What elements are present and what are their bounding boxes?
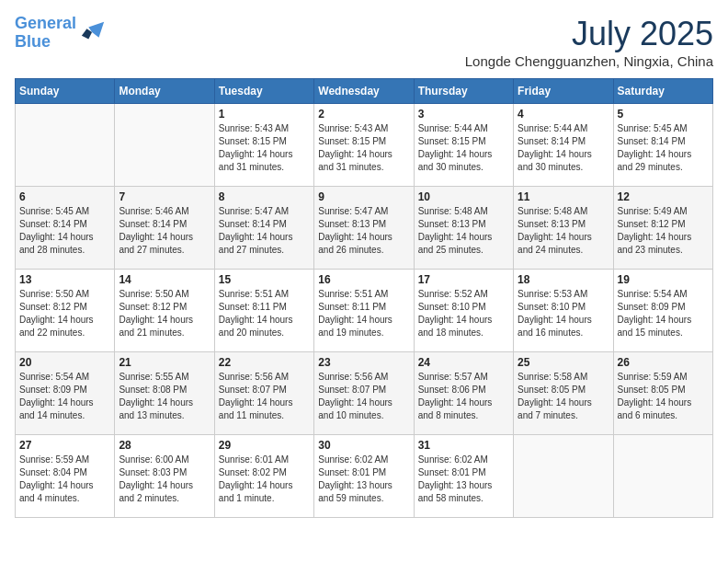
day-info: Sunrise: 6:02 AM Sunset: 8:01 PM Dayligh… bbox=[318, 454, 409, 505]
day-number: 13 bbox=[19, 273, 110, 286]
day-number: 17 bbox=[418, 273, 509, 286]
calendar-cell: 2Sunrise: 5:43 AM Sunset: 8:15 PM Daylig… bbox=[314, 104, 414, 187]
day-info: Sunrise: 5:52 AM Sunset: 8:10 PM Dayligh… bbox=[418, 288, 509, 339]
calendar-cell: 1Sunrise: 5:43 AM Sunset: 8:15 PM Daylig… bbox=[214, 104, 313, 187]
weekday-wednesday: Wednesday bbox=[314, 79, 414, 104]
calendar-cell bbox=[613, 435, 712, 518]
calendar-cell: 5Sunrise: 5:45 AM Sunset: 8:14 PM Daylig… bbox=[613, 104, 712, 187]
svg-marker-1 bbox=[82, 29, 92, 39]
day-info: Sunrise: 5:50 AM Sunset: 8:12 PM Dayligh… bbox=[119, 288, 210, 339]
day-info: Sunrise: 5:56 AM Sunset: 8:07 PM Dayligh… bbox=[318, 371, 409, 422]
day-info: Sunrise: 5:51 AM Sunset: 8:11 PM Dayligh… bbox=[219, 288, 310, 339]
calendar-cell: 15Sunrise: 5:51 AM Sunset: 8:11 PM Dayli… bbox=[214, 270, 313, 352]
calendar-cell: 12Sunrise: 5:49 AM Sunset: 8:12 PM Dayli… bbox=[613, 187, 712, 270]
day-number: 5 bbox=[618, 108, 709, 121]
day-number: 28 bbox=[119, 439, 210, 452]
calendar-cell: 21Sunrise: 5:55 AM Sunset: 8:08 PM Dayli… bbox=[115, 352, 214, 435]
day-info: Sunrise: 5:50 AM Sunset: 8:12 PM Dayligh… bbox=[19, 288, 110, 339]
page-header: General Blue July 2025 Longde Chengguanz… bbox=[15, 15, 713, 69]
calendar-cell: 16Sunrise: 5:51 AM Sunset: 8:11 PM Dayli… bbox=[314, 270, 414, 352]
day-number: 1 bbox=[219, 108, 310, 121]
day-info: Sunrise: 5:45 AM Sunset: 8:14 PM Dayligh… bbox=[19, 205, 110, 257]
day-number: 18 bbox=[518, 273, 609, 286]
calendar-cell: 7Sunrise: 5:46 AM Sunset: 8:14 PM Daylig… bbox=[115, 187, 214, 270]
calendar-cell: 8Sunrise: 5:47 AM Sunset: 8:14 PM Daylig… bbox=[214, 187, 313, 270]
calendar-cell: 17Sunrise: 5:52 AM Sunset: 8:10 PM Dayli… bbox=[414, 270, 513, 352]
day-number: 31 bbox=[418, 439, 509, 452]
day-info: Sunrise: 5:58 AM Sunset: 8:05 PM Dayligh… bbox=[518, 371, 609, 422]
day-number: 27 bbox=[19, 439, 110, 452]
logo-icon bbox=[80, 20, 106, 46]
calendar-cell: 13Sunrise: 5:50 AM Sunset: 8:12 PM Dayli… bbox=[16, 270, 115, 352]
day-number: 15 bbox=[219, 273, 310, 286]
calendar-cell bbox=[115, 104, 214, 187]
day-number: 30 bbox=[318, 439, 409, 452]
day-info: Sunrise: 5:47 AM Sunset: 8:13 PM Dayligh… bbox=[318, 205, 409, 257]
calendar-week-4: 20Sunrise: 5:54 AM Sunset: 8:09 PM Dayli… bbox=[16, 352, 713, 435]
calendar-cell: 10Sunrise: 5:48 AM Sunset: 8:13 PM Dayli… bbox=[414, 187, 513, 270]
day-number: 29 bbox=[219, 439, 310, 452]
day-info: Sunrise: 5:59 AM Sunset: 8:04 PM Dayligh… bbox=[19, 454, 110, 505]
day-info: Sunrise: 5:56 AM Sunset: 8:07 PM Dayligh… bbox=[219, 371, 310, 422]
day-info: Sunrise: 6:00 AM Sunset: 8:03 PM Dayligh… bbox=[119, 454, 210, 505]
calendar-cell: 19Sunrise: 5:54 AM Sunset: 8:09 PM Dayli… bbox=[613, 270, 712, 352]
weekday-tuesday: Tuesday bbox=[214, 79, 313, 104]
calendar-body: 1Sunrise: 5:43 AM Sunset: 8:15 PM Daylig… bbox=[16, 104, 713, 518]
calendar-cell: 27Sunrise: 5:59 AM Sunset: 8:04 PM Dayli… bbox=[16, 435, 115, 518]
day-info: Sunrise: 5:59 AM Sunset: 8:05 PM Dayligh… bbox=[618, 371, 709, 422]
weekday-sunday: Sunday bbox=[16, 79, 115, 104]
day-number: 4 bbox=[518, 108, 609, 121]
calendar-week-2: 6Sunrise: 5:45 AM Sunset: 8:14 PM Daylig… bbox=[16, 187, 713, 270]
day-info: Sunrise: 5:46 AM Sunset: 8:14 PM Dayligh… bbox=[119, 205, 210, 257]
day-number: 25 bbox=[518, 356, 609, 369]
calendar-cell: 29Sunrise: 6:01 AM Sunset: 8:02 PM Dayli… bbox=[214, 435, 313, 518]
weekday-thursday: Thursday bbox=[414, 79, 513, 104]
calendar-cell: 23Sunrise: 5:56 AM Sunset: 8:07 PM Dayli… bbox=[314, 352, 414, 435]
day-info: Sunrise: 6:02 AM Sunset: 8:01 PM Dayligh… bbox=[418, 454, 509, 505]
day-number: 24 bbox=[418, 356, 509, 369]
weekday-friday: Friday bbox=[514, 79, 613, 104]
day-number: 2 bbox=[318, 108, 409, 121]
day-info: Sunrise: 5:53 AM Sunset: 8:10 PM Dayligh… bbox=[518, 288, 609, 339]
day-number: 10 bbox=[418, 190, 509, 203]
day-info: Sunrise: 5:45 AM Sunset: 8:14 PM Dayligh… bbox=[618, 122, 709, 174]
logo-text: General Blue bbox=[15, 15, 76, 52]
day-number: 22 bbox=[219, 356, 310, 369]
day-info: Sunrise: 5:48 AM Sunset: 8:13 PM Dayligh… bbox=[418, 205, 509, 257]
calendar-week-5: 27Sunrise: 5:59 AM Sunset: 8:04 PM Dayli… bbox=[16, 435, 713, 518]
calendar-cell bbox=[514, 435, 613, 518]
svg-marker-0 bbox=[88, 22, 104, 38]
calendar-cell: 31Sunrise: 6:02 AM Sunset: 8:01 PM Dayli… bbox=[414, 435, 513, 518]
day-info: Sunrise: 5:51 AM Sunset: 8:11 PM Dayligh… bbox=[318, 288, 409, 339]
day-number: 23 bbox=[318, 356, 409, 369]
day-info: Sunrise: 5:43 AM Sunset: 8:15 PM Dayligh… bbox=[318, 122, 409, 174]
month-title: July 2025 bbox=[465, 15, 713, 53]
calendar-cell: 3Sunrise: 5:44 AM Sunset: 8:15 PM Daylig… bbox=[414, 104, 513, 187]
day-number: 6 bbox=[19, 190, 110, 203]
calendar-cell: 30Sunrise: 6:02 AM Sunset: 8:01 PM Dayli… bbox=[314, 435, 414, 518]
day-info: Sunrise: 6:01 AM Sunset: 8:02 PM Dayligh… bbox=[219, 454, 310, 505]
day-number: 26 bbox=[618, 356, 709, 369]
day-info: Sunrise: 5:47 AM Sunset: 8:14 PM Dayligh… bbox=[219, 205, 310, 257]
day-number: 7 bbox=[119, 190, 210, 203]
day-info: Sunrise: 5:43 AM Sunset: 8:15 PM Dayligh… bbox=[219, 122, 310, 174]
calendar-cell: 11Sunrise: 5:48 AM Sunset: 8:13 PM Dayli… bbox=[514, 187, 613, 270]
day-info: Sunrise: 5:54 AM Sunset: 8:09 PM Dayligh… bbox=[19, 371, 110, 422]
calendar-cell: 14Sunrise: 5:50 AM Sunset: 8:12 PM Dayli… bbox=[115, 270, 214, 352]
calendar-table: SundayMondayTuesdayWednesdayThursdayFrid… bbox=[15, 78, 713, 518]
calendar-week-1: 1Sunrise: 5:43 AM Sunset: 8:15 PM Daylig… bbox=[16, 104, 713, 187]
day-info: Sunrise: 5:57 AM Sunset: 8:06 PM Dayligh… bbox=[418, 371, 509, 422]
calendar-cell bbox=[16, 104, 115, 187]
day-info: Sunrise: 5:55 AM Sunset: 8:08 PM Dayligh… bbox=[119, 371, 210, 422]
day-number: 14 bbox=[119, 273, 210, 286]
calendar-cell: 25Sunrise: 5:58 AM Sunset: 8:05 PM Dayli… bbox=[514, 352, 613, 435]
location-title: Longde Chengguanzhen, Ningxia, China bbox=[465, 53, 713, 69]
day-number: 8 bbox=[219, 190, 310, 203]
calendar-cell: 20Sunrise: 5:54 AM Sunset: 8:09 PM Dayli… bbox=[16, 352, 115, 435]
logo: General Blue bbox=[15, 15, 106, 52]
calendar-cell: 24Sunrise: 5:57 AM Sunset: 8:06 PM Dayli… bbox=[414, 352, 513, 435]
calendar-cell: 18Sunrise: 5:53 AM Sunset: 8:10 PM Dayli… bbox=[514, 270, 613, 352]
calendar-cell: 28Sunrise: 6:00 AM Sunset: 8:03 PM Dayli… bbox=[115, 435, 214, 518]
weekday-header-row: SundayMondayTuesdayWednesdayThursdayFrid… bbox=[16, 79, 713, 104]
calendar-cell: 6Sunrise: 5:45 AM Sunset: 8:14 PM Daylig… bbox=[16, 187, 115, 270]
